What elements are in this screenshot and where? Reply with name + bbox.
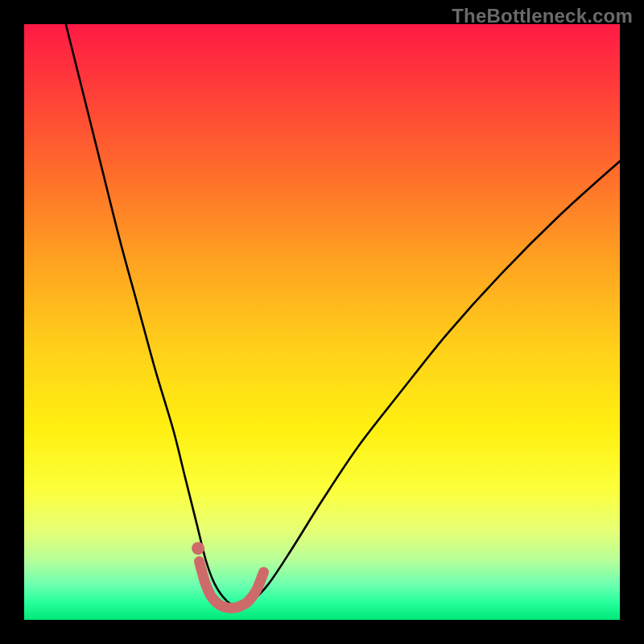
chart-frame: TheBottleneck.com (0, 0, 644, 644)
bottleneck-curve (66, 24, 620, 607)
series-layer (66, 24, 620, 608)
plot-area (24, 24, 620, 620)
highlight-dot (192, 542, 204, 555)
chart-svg (24, 24, 620, 620)
